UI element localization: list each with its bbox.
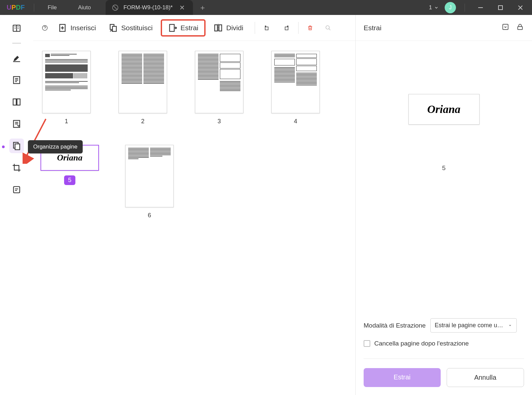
split-button[interactable]: Dividi [209, 20, 248, 36]
svg-point-22 [326, 26, 329, 29]
extract-button[interactable]: Estrai [161, 19, 206, 37]
rotate-left-icon[interactable] [262, 23, 272, 33]
page-thumb-4[interactable]: 4 [269, 51, 322, 125]
active-indicator [2, 146, 5, 148]
window-maximize-icon[interactable] [493, 1, 507, 15]
organize-toolbar: Inserisci Sostituisci Estrai Dividi [33, 15, 355, 41]
divider [465, 4, 465, 12]
replace-label: Sostituisci [121, 24, 153, 32]
tab-close-icon[interactable]: ✕ [177, 4, 187, 12]
window-close-icon[interactable] [513, 1, 527, 15]
insert-label: Inserisci [70, 24, 96, 32]
user-avatar[interactable]: J [445, 2, 456, 13]
page-thumb-1[interactable]: 1 [40, 51, 93, 125]
svg-rect-6 [13, 99, 16, 105]
checkbox-icon [364, 340, 370, 347]
svg-rect-24 [518, 27, 522, 30]
preview-oriana-text: Oriana [427, 103, 460, 116]
annotate-icon[interactable] [9, 51, 24, 65]
app-logo: UPDF [0, 4, 31, 11]
page-thumb-6[interactable]: 6 [123, 145, 176, 219]
mode-select[interactable]: Estrai le pagine come un uni… [430, 318, 517, 333]
extract-preview: Oriana [408, 94, 480, 125]
thumbnails-grid: 1 2 3 [33, 41, 355, 395]
help-icon[interactable] [40, 23, 50, 33]
page-thumb-3[interactable]: 3 [193, 51, 246, 125]
tab-title: FORM-W9-(10-18)* [124, 4, 173, 11]
tab-eye-off-icon [112, 4, 119, 11]
svg-rect-4 [13, 61, 20, 62]
edit-text-icon[interactable] [9, 73, 24, 87]
page-number: 2 [141, 118, 144, 125]
divider [34, 4, 34, 12]
delete-after-checkbox[interactable]: Cancella pagine dopo l'estrazione [364, 340, 524, 347]
zoom-icon[interactable] [323, 23, 333, 33]
svg-rect-16 [113, 26, 117, 31]
divider [298, 22, 299, 34]
svg-rect-20 [265, 27, 268, 30]
page-number: 3 [218, 118, 221, 125]
svg-rect-2 [498, 6, 502, 10]
svg-rect-21 [285, 27, 288, 30]
chevron-down-icon [434, 5, 439, 10]
svg-rect-11 [14, 187, 20, 193]
lock-icon[interactable] [516, 23, 524, 33]
document-tab[interactable]: FORM-W9-(10-18)* ✕ [106, 0, 193, 15]
cancel-button[interactable]: Annulla [447, 368, 524, 387]
page-number: 4 [294, 118, 297, 125]
rotate-right-icon[interactable] [282, 23, 292, 33]
page-layout-icon[interactable] [9, 95, 24, 109]
split-label: Dividi [226, 24, 243, 32]
svg-rect-7 [17, 99, 20, 105]
divider [364, 358, 524, 359]
divider [12, 43, 21, 44]
page-thumb-5[interactable]: Oriana 5 [40, 145, 100, 219]
extract-confirm-button[interactable]: Estrai [364, 368, 441, 387]
form-icon[interactable] [9, 117, 24, 131]
divider [255, 22, 255, 34]
open-doc-count[interactable]: 1 [429, 4, 439, 11]
count-number: 1 [429, 4, 432, 11]
page-number: 1 [65, 118, 68, 125]
page-thumb-2[interactable]: 2 [116, 51, 169, 125]
extract-label: Estrai [181, 24, 199, 32]
organize-pages-icon[interactable] [9, 139, 24, 153]
left-sidebar [0, 15, 33, 395]
svg-rect-23 [503, 24, 508, 30]
preview-page-number: 5 [442, 164, 446, 172]
replace-button[interactable]: Sostituisci [104, 20, 157, 36]
delete-after-label: Cancella pagine dopo l'estrazione [374, 340, 469, 347]
menu-help[interactable]: Aiuto [67, 4, 102, 11]
svg-rect-1 [478, 7, 483, 8]
page-number: 6 [148, 212, 151, 219]
redact-icon[interactable] [9, 182, 24, 197]
crop-icon[interactable] [9, 160, 24, 175]
extract-panel: Estrai Oriana 5 [355, 15, 532, 395]
mode-value: Estrai le pagine come un uni… [435, 322, 504, 329]
menu-file[interactable]: File [37, 4, 67, 11]
svg-rect-10 [15, 144, 20, 150]
expand-panel-icon[interactable] [501, 23, 509, 33]
oriana-text: Oriana [57, 153, 83, 163]
svg-rect-17 [169, 24, 174, 31]
chevron-down-icon [508, 323, 512, 328]
delete-icon[interactable] [305, 23, 315, 33]
svg-rect-18 [215, 25, 218, 31]
reader-mode-icon[interactable] [9, 21, 24, 36]
window-minimize-icon[interactable] [474, 1, 488, 15]
panel-title: Estrai [364, 24, 382, 32]
titlebar: UPDF File Aiuto FORM-W9-(10-18)* ✕ ＋ 1 J [0, 0, 532, 15]
svg-rect-19 [219, 25, 222, 31]
sidebar-tooltip: Organizza pagine [28, 140, 83, 153]
page-number-selected: 5 [64, 175, 75, 185]
tab-add-icon[interactable]: ＋ [199, 3, 206, 13]
insert-button[interactable]: Inserisci [53, 20, 101, 36]
mode-label: Modalità di Estrazione [364, 322, 426, 329]
